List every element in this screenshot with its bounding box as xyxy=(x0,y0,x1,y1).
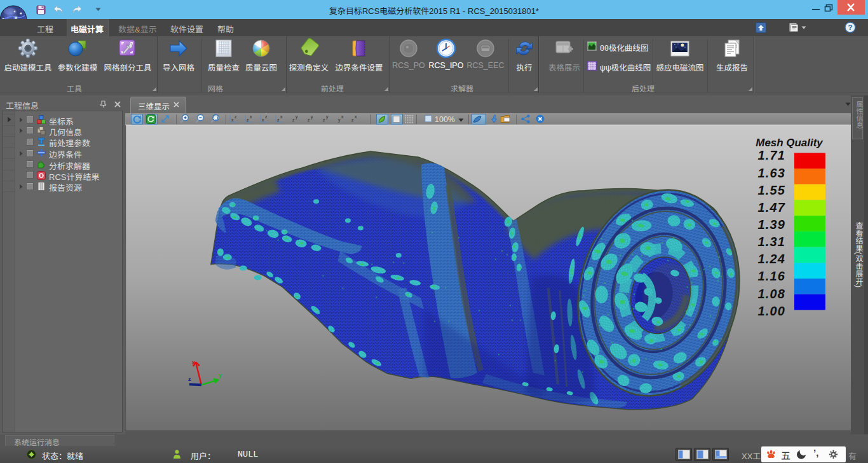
svg-text:1.63: 1.63 xyxy=(757,166,785,180)
svg-text:x: x xyxy=(355,114,357,119)
svg-text:z: z xyxy=(265,114,268,119)
svg-text:1.55: 1.55 xyxy=(757,183,785,197)
svg-text:z: z xyxy=(234,114,237,119)
svg-text:1.24: 1.24 xyxy=(757,252,785,266)
svg-text:1.16: 1.16 xyxy=(757,269,785,283)
svg-text:1.08: 1.08 xyxy=(757,287,785,301)
svg-text:x: x xyxy=(250,114,252,119)
svg-text:z: z xyxy=(277,118,280,122)
svg-text:x: x xyxy=(280,114,283,119)
svg-text:z: z xyxy=(292,118,295,122)
svg-text:y: y xyxy=(311,114,313,120)
svg-text:x: x xyxy=(262,118,264,122)
svg-text:z: z xyxy=(247,118,249,122)
svg-text:1.39: 1.39 xyxy=(757,218,785,232)
svg-text:1.31: 1.31 xyxy=(757,235,785,249)
svg-text:y: y xyxy=(326,114,329,120)
svg-text:Mesh Quality: Mesh Quality xyxy=(756,137,824,149)
svg-text:z: z xyxy=(308,118,310,122)
svg-text:x: x xyxy=(231,118,234,122)
svg-text:1.71: 1.71 xyxy=(757,148,785,162)
svg-text:y: y xyxy=(338,118,341,123)
svg-text:z: z xyxy=(351,118,354,122)
svg-text:x: x xyxy=(192,359,195,366)
svg-text:y: y xyxy=(219,372,222,378)
svg-text:1.00: 1.00 xyxy=(757,304,785,318)
svg-text:y: y xyxy=(295,114,298,120)
svg-text:1.47: 1.47 xyxy=(757,200,785,214)
svg-text:x: x xyxy=(341,114,344,119)
svg-text:?: ? xyxy=(848,24,852,31)
svg-text:z: z xyxy=(323,118,325,122)
svg-text:z: z xyxy=(188,376,191,382)
